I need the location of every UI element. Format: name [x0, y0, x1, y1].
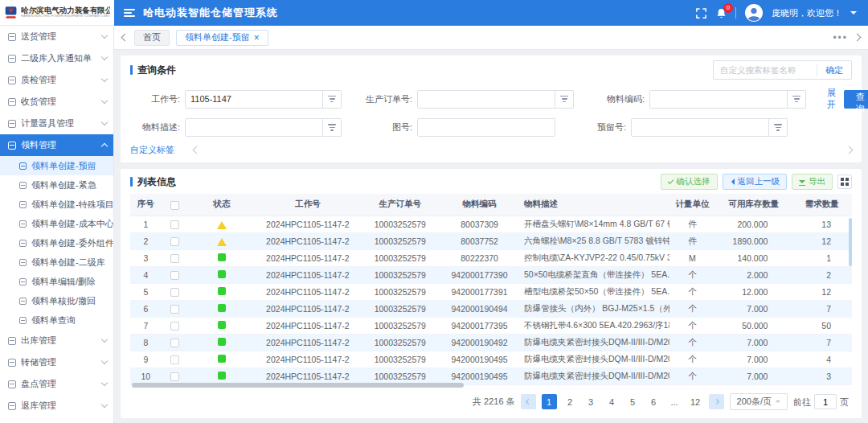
search-button[interactable]: 查 询: [844, 90, 868, 109]
cell-work-no: 2024HPC1105-1147-2: [255, 249, 360, 266]
page-button-1[interactable]: 1: [542, 394, 557, 409]
avatar[interactable]: [744, 3, 764, 23]
sidebar-item-4[interactable]: 计量器具管理: [0, 113, 113, 134]
sidebar-item-0[interactable]: 送货管理: [0, 26, 113, 47]
row-checkbox[interactable]: [170, 372, 179, 381]
sidebar-item-7[interactable]: 转储管理: [0, 351, 113, 373]
table-row[interactable]: 12024HPC1105-1147-21000325257980037309开槽…: [130, 216, 852, 232]
query-field-input[interactable]: [649, 90, 788, 109]
page-button-6[interactable]: 6: [646, 394, 661, 409]
sidebar-item-8[interactable]: 盘点管理: [0, 373, 113, 395]
close-icon[interactable]: ×: [254, 33, 260, 43]
row-checkbox[interactable]: [170, 355, 179, 364]
select-all-checkbox[interactable]: [170, 201, 179, 210]
sidebar-item-6[interactable]: 出库管理: [0, 330, 113, 351]
filter-icon[interactable]: [323, 118, 342, 137]
tabs-scroll-left-icon[interactable]: [121, 34, 129, 42]
notification-badge: 0: [723, 3, 733, 13]
col-header-6[interactable]: 计量单位: [669, 194, 715, 216]
col-header-7[interactable]: 可用库存数量: [715, 194, 792, 216]
row-checkbox[interactable]: [170, 305, 179, 314]
tabs-scroll-right-icon[interactable]: [854, 34, 862, 42]
table-row[interactable]: 52024HPC1105-1147-2100032525799420001773…: [130, 283, 852, 300]
page-button-2[interactable]: 2: [563, 394, 578, 409]
sidebar-item-2[interactable]: 质检管理: [0, 69, 113, 91]
col-header-2[interactable]: 工作号: [255, 194, 360, 216]
col-header-8[interactable]: 需求数量: [792, 194, 852, 216]
vertical-scrollbar[interactable]: [849, 218, 852, 266]
tag-search-input[interactable]: [714, 65, 817, 75]
query-field-input[interactable]: [417, 118, 555, 137]
page-button-5[interactable]: 5: [625, 394, 641, 409]
sidebar-item-3[interactable]: 收货管理: [0, 91, 113, 113]
table-row[interactable]: 72024HPC1105-1147-2100032525799420001773…: [130, 317, 852, 334]
row-checkbox[interactable]: [170, 254, 179, 263]
expand-button[interactable]: 展开: [827, 87, 836, 111]
table-row[interactable]: 82024HPC1105-1147-2100032525799420001904…: [130, 334, 852, 351]
table-row[interactable]: 102024HPC1105-1147-210003252579942000190…: [130, 368, 852, 384]
sidebar-subitem-5[interactable]: 领料单创建-二级库: [0, 253, 113, 272]
table-row[interactable]: 42024HPC1105-1147-2100032525799420001773…: [130, 266, 852, 283]
row-checkbox[interactable]: [170, 322, 179, 331]
sidebar-item-9[interactable]: 退库管理: [0, 395, 113, 417]
query-field-input[interactable]: [417, 90, 555, 109]
prev-page-button[interactable]: [521, 394, 536, 409]
sidebar-subitem-6[interactable]: 领料单编辑/删除: [0, 272, 113, 291]
collapse-menu-icon[interactable]: [124, 9, 135, 17]
query-field-input[interactable]: [185, 118, 323, 137]
tags-scroll-left-icon[interactable]: [193, 146, 201, 154]
column-settings-icon[interactable]: [837, 175, 852, 189]
cell-no: 1: [130, 216, 162, 232]
row-checkbox[interactable]: [170, 288, 179, 297]
sidebar-subitem-8[interactable]: 领料单查询: [0, 310, 113, 330]
sidebar-subitem-1[interactable]: 领料单创建-紧急: [0, 175, 113, 195]
export-button[interactable]: 导出: [792, 174, 833, 190]
goto-page-input[interactable]: [814, 394, 837, 409]
col-header-5[interactable]: 物料描述: [519, 194, 669, 216]
row-checkbox[interactable]: [170, 271, 179, 280]
page-button-3[interactable]: 3: [583, 394, 599, 409]
tab-1[interactable]: 领料单创建-预留×: [176, 30, 268, 46]
filter-icon[interactable]: [555, 90, 574, 109]
fullscreen-icon[interactable]: [695, 7, 707, 19]
next-page-button[interactable]: [709, 394, 724, 409]
query-field-input[interactable]: [631, 118, 769, 137]
table-row[interactable]: 22024HPC1105-1147-21000325257980037752六角…: [130, 232, 852, 249]
page-button-4[interactable]: 4: [604, 394, 620, 409]
custom-tag-link[interactable]: 自定义标签: [130, 144, 174, 156]
table-row[interactable]: 92024HPC1105-1147-2100032525799420001904…: [130, 351, 852, 368]
back-to-parent-button[interactable]: 返回上一级: [723, 174, 788, 190]
col-header-4[interactable]: 物料编码: [440, 194, 519, 216]
row-checkbox[interactable]: [170, 220, 179, 229]
page-size-select[interactable]: 200条/页: [730, 393, 788, 410]
user-menu-caret-icon[interactable]: [850, 11, 857, 18]
query-field-input[interactable]: [185, 90, 323, 109]
filter-icon[interactable]: [769, 118, 788, 137]
sidebar-subitem-0[interactable]: 领料单创建-预留: [0, 156, 113, 175]
cell-no: 5: [130, 283, 162, 300]
sidebar-subitem-2[interactable]: 领料单创建-特殊项目: [0, 195, 113, 214]
tag-search-confirm-button[interactable]: 确定: [817, 64, 851, 76]
filter-icon[interactable]: [323, 90, 342, 109]
notification-bell-icon[interactable]: 0: [715, 7, 727, 19]
table-row[interactable]: 32024HPC1105-1147-21000325257980222370控制…: [130, 249, 852, 266]
sidebar-subitem-3[interactable]: 领料单创建-成本中心: [0, 214, 113, 233]
page-button-12[interactable]: 12: [688, 394, 703, 409]
tags-scroll-right-icon[interactable]: [845, 146, 854, 154]
sidebar-item-1[interactable]: 二级库入库通知单: [0, 47, 113, 69]
row-checkbox[interactable]: [170, 339, 179, 347]
col-header-3[interactable]: 生产订单号: [360, 194, 440, 216]
sidebar-item-5[interactable]: 领料管理: [0, 134, 113, 156]
tab-0[interactable]: 首页: [134, 30, 170, 46]
sidebar-subitem-4[interactable]: 领料单创建-委外组件: [0, 233, 113, 253]
row-checkbox[interactable]: [170, 237, 179, 246]
user-greeting[interactable]: 庞晓明，欢迎您！: [772, 7, 842, 19]
col-header-1[interactable]: 状态: [189, 194, 256, 216]
filter-icon[interactable]: [788, 90, 806, 109]
table-row[interactable]: 62024HPC1105-1147-2100032525799420001904…: [130, 300, 852, 317]
confirm-selection-button[interactable]: 确认选择: [661, 174, 718, 190]
sidebar-subitem-7[interactable]: 领料单核批/撤回: [0, 291, 113, 310]
horizontal-scrollbar[interactable]: [132, 383, 464, 388]
tabs-more-icon[interactable]: •••: [833, 32, 848, 43]
query-field-5: 预留号: [576, 118, 788, 137]
